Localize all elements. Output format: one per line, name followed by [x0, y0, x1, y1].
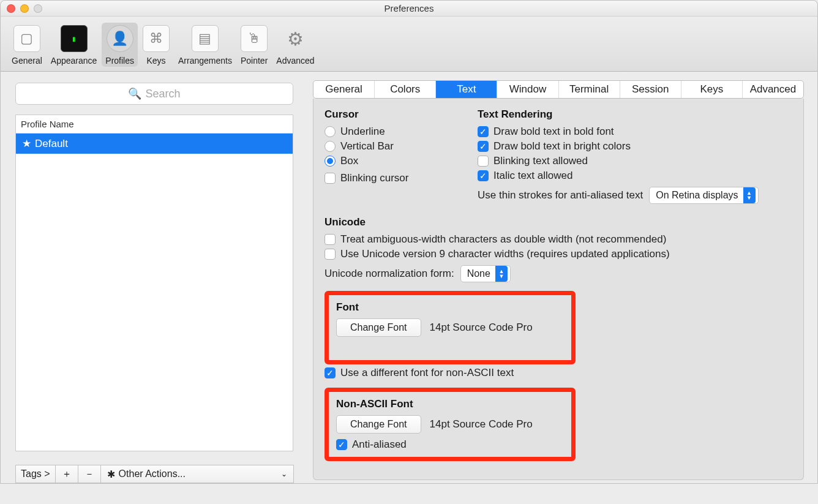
thin-strokes-label: Use thin strokes for anti-aliased text — [478, 189, 643, 201]
use-different-non-ascii-checkbox[interactable]: ✓Use a different font for non-ASCII text — [325, 367, 792, 379]
change-font-button[interactable]: Change Font — [336, 318, 421, 337]
non-ascii-font-highlight: Non-ASCII Font Change Font 14pt Source C… — [325, 388, 576, 461]
tab-colors[interactable]: Colors — [375, 81, 436, 98]
tab-session[interactable]: Session — [620, 81, 681, 98]
keys-icon: ⌘ — [143, 25, 170, 52]
preferences-window: Preferences ▢ General ▮ Appearance 👤 Pro… — [0, 0, 818, 484]
tab-keys[interactable]: Keys — [681, 81, 743, 98]
profiles-icon: 👤 — [107, 25, 133, 52]
general-icon: ▢ — [13, 25, 40, 52]
other-actions-dropdown[interactable]: ✱ Other Actions... ⌄ — [100, 465, 294, 483]
draw-bold-bright-checkbox[interactable]: ✓Draw bold text in bright colors — [478, 140, 792, 152]
main-toolbar: ▢ General ▮ Appearance 👤 Profiles ⌘ Keys… — [1, 17, 817, 72]
appearance-icon: ▮ — [61, 25, 88, 52]
text-rendering-heading: Text Rendering — [478, 108, 792, 121]
close-window-button[interactable] — [7, 4, 15, 13]
toolbar-pointer[interactable]: 🖱 Pointer — [237, 23, 271, 67]
profile-row-default[interactable]: ★ Default — [16, 134, 293, 154]
toolbar-appearance[interactable]: ▮ Appearance — [47, 23, 101, 67]
blinking-cursor-checkbox[interactable]: Blinking cursor — [325, 172, 459, 184]
arrangements-icon: ▤ — [192, 25, 219, 52]
non-ascii-anti-aliased-checkbox[interactable]: ✓Anti-aliased — [336, 438, 564, 451]
profiles-sidebar: 🔍 Search Profile Name ★ Default Tags > ＋… — [1, 72, 301, 483]
tab-window[interactable]: Window — [497, 81, 558, 98]
unicode-heading: Unicode — [325, 216, 792, 228]
profile-list[interactable]: Profile Name ★ Default — [15, 115, 293, 451]
toolbar-keys[interactable]: ⌘ Keys — [139, 23, 173, 67]
tags-button[interactable]: Tags > — [15, 465, 56, 483]
blinking-text-checkbox[interactable]: Blinking text allowed — [478, 155, 792, 167]
minimize-window-button[interactable] — [20, 4, 29, 13]
draw-bold-bold-checkbox[interactable]: ✓Draw bold text in bold font — [478, 126, 792, 138]
tab-text[interactable]: Text — [436, 81, 497, 98]
remove-profile-button[interactable]: － — [78, 465, 101, 483]
toolbar-profiles[interactable]: 👤 Profiles — [102, 23, 138, 67]
chevron-down-icon: ⌄ — [281, 470, 287, 478]
toolbar-general[interactable]: ▢ General — [8, 23, 46, 67]
font-highlight: Font Change Font 14pt Source Code Pro ✓A… — [325, 291, 576, 364]
search-icon: 🔍 — [128, 87, 141, 100]
profile-search[interactable]: 🔍 Search — [15, 83, 293, 105]
current-font-label: 14pt Source Code Pro — [430, 322, 533, 334]
toolbar-arrangements[interactable]: ▤ Arrangements — [174, 23, 236, 67]
body: 🔍 Search Profile Name ★ Default Tags > ＋… — [1, 72, 817, 483]
non-ascii-font-heading: Non-ASCII Font — [336, 398, 564, 410]
profile-tabs: General Colors Text Window Terminal Sess… — [313, 80, 804, 99]
italic-text-checkbox[interactable]: ✓Italic text allowed — [478, 170, 792, 182]
gear-icon: ✱ — [107, 468, 115, 480]
text-panel: Cursor Underline Vertical Bar Box Blinki… — [313, 99, 804, 480]
tab-terminal[interactable]: Terminal — [559, 81, 620, 98]
cursor-box-radio[interactable]: Box — [325, 155, 459, 167]
unicode-norm-select[interactable]: None ▲▼ — [460, 265, 511, 282]
profile-content: General Colors Text Window Terminal Sess… — [301, 72, 817, 483]
zoom-window-button[interactable] — [34, 4, 42, 13]
cursor-vertical-bar-radio[interactable]: Vertical Bar — [325, 140, 459, 152]
toolbar-advanced[interactable]: ⚙ Advanced — [272, 23, 318, 67]
stepper-icon: ▲▼ — [743, 187, 756, 203]
tab-general[interactable]: General — [313, 81, 375, 98]
ambiguous-width-checkbox[interactable]: Treat ambiguous-width characters as doub… — [325, 233, 792, 246]
advanced-icon: ⚙ — [282, 25, 309, 52]
thin-strokes-select[interactable]: On Retina displays ▲▼ — [649, 187, 758, 204]
change-non-ascii-font-button[interactable]: Change Font — [336, 415, 421, 434]
profile-name-header: Profile Name — [16, 115, 293, 134]
profile-bottom-controls: Tags > ＋ － ✱ Other Actions... ⌄ — [15, 459, 293, 483]
star-icon: ★ — [22, 137, 31, 150]
pointer-icon: 🖱 — [241, 25, 268, 52]
stepper-icon: ▲▼ — [495, 266, 508, 282]
cursor-underline-radio[interactable]: Underline — [325, 126, 459, 138]
unicode-v9-checkbox[interactable]: Use Unicode version 9 character widths (… — [325, 248, 792, 260]
current-non-ascii-font-label: 14pt Source Code Pro — [430, 418, 533, 431]
unicode-norm-label: Unicode normalization form: — [325, 268, 454, 280]
font-heading: Font — [336, 301, 564, 314]
traffic-lights — [7, 4, 42, 13]
tab-advanced[interactable]: Advanced — [743, 81, 803, 98]
titlebar: Preferences — [1, 1, 817, 17]
add-profile-button[interactable]: ＋ — [55, 465, 78, 483]
window-title: Preferences — [385, 3, 434, 13]
cursor-heading: Cursor — [325, 108, 459, 121]
